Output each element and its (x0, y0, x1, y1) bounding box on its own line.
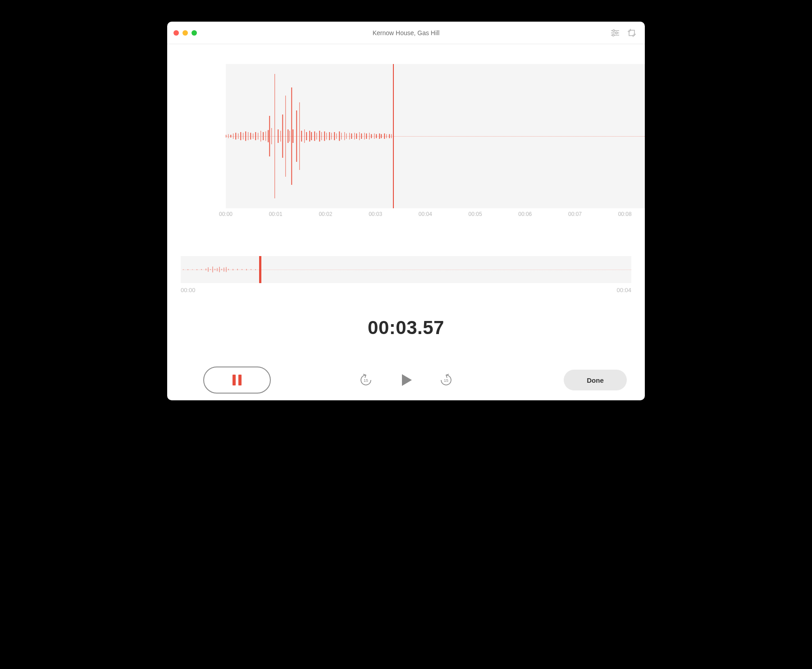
waveform-sample (238, 133, 239, 139)
overview-sample (215, 269, 215, 270)
done-button[interactable]: Done (564, 370, 627, 390)
waveform-sample (379, 133, 380, 139)
overview-sample (183, 269, 184, 270)
skip-forward-15-button[interactable]: 15 (439, 373, 453, 387)
pause-icon (233, 375, 242, 385)
overview-sample (222, 269, 222, 270)
recording-title: Kernow House, Gas Hill (373, 29, 440, 37)
svg-marker-12 (402, 374, 412, 386)
overview-sample (246, 269, 247, 270)
waveform-sample (331, 133, 332, 140)
waveform-sample (314, 132, 315, 141)
trim-icon[interactable] (628, 29, 636, 37)
waveform-sample (296, 110, 297, 162)
waveform-area[interactable] (167, 64, 645, 208)
waveform-sample (240, 132, 241, 140)
waveform-sample (226, 135, 226, 137)
waveform-sample (311, 132, 312, 140)
minimize-window-button[interactable] (182, 30, 188, 36)
waveform-sample (263, 132, 264, 140)
overview-sample (226, 267, 227, 272)
waveform-sample (346, 133, 347, 139)
waveform-sample (289, 131, 290, 142)
overview-sample (224, 268, 224, 272)
waveform-sample (351, 133, 352, 139)
waveform-sample (299, 102, 300, 170)
elapsed-time-display: 00:03.57 (368, 317, 444, 339)
waveform-sample (248, 132, 249, 140)
overview-playhead[interactable] (259, 256, 261, 283)
overview-sample (210, 269, 211, 270)
close-window-button[interactable] (173, 30, 179, 36)
waveform-sample (282, 115, 283, 158)
waveform-sample (269, 116, 270, 156)
overview-sample (242, 269, 242, 270)
waveform-track[interactable] (226, 64, 645, 208)
waveform-sample (344, 132, 345, 140)
waveform-sample (255, 132, 256, 140)
svg-text:15: 15 (444, 378, 448, 383)
waveform-sample (233, 133, 234, 139)
waveform-sample (293, 129, 294, 143)
time-tick: 00:04 (419, 211, 432, 217)
toolbar-right (611, 29, 636, 37)
adjust-icon[interactable] (611, 29, 620, 37)
waveform-sample (319, 131, 320, 142)
waveform-spacer (167, 64, 226, 208)
time-ruler: 00:0000:0100:0200:0300:0400:0500:0600:07… (226, 211, 645, 222)
waveform-sample (374, 133, 375, 139)
waveform-sample (321, 132, 322, 140)
overview-timeline: 00:00 00:04 (181, 256, 631, 293)
overview-sample (201, 269, 202, 270)
svg-point-1 (613, 30, 615, 32)
overview-end-label: 00:04 (616, 287, 631, 293)
waveform-sample (386, 134, 387, 138)
zoom-window-button[interactable] (192, 30, 197, 36)
waveform-sample (366, 133, 367, 139)
overview-track[interactable] (181, 256, 631, 283)
play-button[interactable] (398, 372, 414, 388)
playback-controls: 15 15 Done (167, 372, 645, 388)
svg-point-3 (616, 32, 617, 34)
time-tick: 00:00 (219, 211, 233, 217)
svg-text:15: 15 (364, 378, 368, 383)
waveform-sample (274, 74, 275, 198)
time-tick: 00:03 (369, 211, 382, 217)
waveform-sample (356, 133, 357, 139)
waveform-sample (364, 133, 365, 140)
waveform-sample (361, 133, 362, 139)
waveform-sample (260, 131, 261, 142)
time-tick: 00:01 (269, 211, 283, 217)
waveform-sample (288, 129, 289, 143)
waveform-sample (316, 133, 317, 140)
pause-record-button[interactable] (203, 367, 271, 394)
waveform-sample (243, 133, 244, 140)
playhead[interactable] (393, 64, 394, 208)
time-tick: 00:06 (518, 211, 532, 217)
voice-memo-window: Kernow House, Gas Hill (167, 22, 645, 400)
waveform-sample (326, 133, 327, 140)
waveform-sample (228, 134, 229, 138)
waveform-sample (235, 133, 236, 140)
overview-bars (181, 256, 631, 283)
overview-start-label: 00:00 (181, 287, 196, 293)
waveform-sample (304, 129, 305, 143)
overview-sample (208, 267, 209, 272)
waveform-sample (301, 131, 302, 142)
skip-back-15-button[interactable]: 15 (359, 373, 373, 387)
waveform-sample (334, 132, 335, 140)
waveform-sample (271, 128, 272, 144)
waveform-sample (246, 132, 246, 141)
content-area: 00:0000:0100:0200:0300:0400:0500:0600:07… (167, 44, 645, 400)
overview-sample (255, 269, 256, 270)
waveform-sample (339, 132, 340, 141)
overview-sample (192, 269, 193, 270)
waveform-sample (309, 131, 310, 142)
svg-point-5 (612, 34, 614, 36)
waveform-sample (258, 133, 259, 140)
waveform-sample (371, 134, 372, 138)
window-controls (173, 30, 197, 36)
waveform-sample (369, 133, 370, 140)
waveform-sample (376, 134, 377, 138)
time-tick: 00:07 (568, 211, 582, 217)
